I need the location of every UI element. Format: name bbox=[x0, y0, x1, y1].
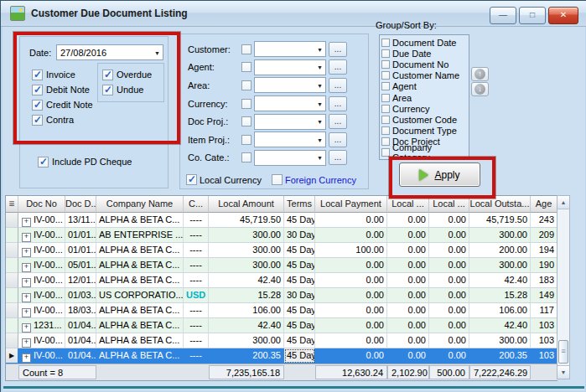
group-sort-item-currency[interactable]: Currency bbox=[381, 103, 469, 114]
expand-icon[interactable]: + bbox=[22, 308, 31, 317]
group-sort-item-company-category[interactable]: Company Category bbox=[381, 147, 469, 158]
checkbox-unchecked-icon[interactable] bbox=[241, 44, 252, 54]
table-row[interactable]: +IV-00...01/04...ALPHA & BETA C...----30… bbox=[6, 333, 557, 348]
scroll-down-button[interactable]: ▼ bbox=[557, 365, 569, 379]
table-row[interactable]: +IV-00...01/01...ALPHA & BETA C...----30… bbox=[6, 243, 557, 258]
table-row[interactable]: ▶+IV-00...01/04...ALPHA & BETA C...----2… bbox=[6, 348, 557, 364]
group-sort-item-area[interactable]: Area bbox=[381, 92, 469, 103]
expand-icon[interactable]: + bbox=[22, 278, 31, 287]
checkbox-unchecked-icon[interactable] bbox=[241, 80, 252, 90]
criteria-combobox[interactable]: ▼ bbox=[254, 41, 326, 57]
cell-local-outstanding: 200.35 bbox=[469, 348, 531, 364]
browse-button[interactable]: ... bbox=[329, 114, 347, 129]
cell-age: 183 bbox=[531, 273, 557, 288]
column-header-company-name[interactable]: Company Name bbox=[96, 196, 184, 213]
due-type-checkbox-undue[interactable]: Undue bbox=[102, 82, 163, 97]
group-sort-item-customer-name[interactable]: Customer Name bbox=[381, 70, 469, 81]
move-down-button[interactable]: ↓ bbox=[471, 82, 489, 96]
expand-icon[interactable]: + bbox=[22, 248, 31, 257]
checkbox-label: Due Date bbox=[392, 49, 431, 59]
expand-icon[interactable]: + bbox=[22, 293, 31, 302]
doc-type-checkbox-debit-note[interactable]: Debit Note bbox=[32, 82, 93, 97]
minimize-button[interactable]: — bbox=[490, 7, 516, 24]
local-currency-checkbox[interactable] bbox=[186, 174, 197, 185]
expand-icon[interactable]: + bbox=[22, 218, 31, 227]
column-header-c[interactable]: C... bbox=[184, 196, 209, 213]
column-header-local[interactable]: Local ... bbox=[387, 196, 429, 213]
checkbox-label: Undue bbox=[117, 85, 143, 95]
browse-button[interactable]: ... bbox=[329, 42, 347, 57]
doc-type-checkbox-invoice[interactable]: Invoice bbox=[32, 67, 93, 82]
maximize-button[interactable]: □ bbox=[519, 7, 546, 24]
doc-type-checkbox-contra[interactable]: Contra bbox=[32, 112, 93, 127]
criteria-combobox[interactable]: ▼ bbox=[254, 114, 326, 130]
column-header-terms[interactable]: Terms bbox=[284, 196, 315, 213]
browse-button[interactable]: ... bbox=[329, 96, 347, 111]
cell-local-2: 0.00 bbox=[429, 243, 469, 258]
browse-button[interactable]: ... bbox=[329, 132, 347, 147]
table-row[interactable]: +IV-00...13/11...ALPHA & BETA C...----45… bbox=[6, 213, 557, 228]
column-chooser-icon[interactable]: ≣ bbox=[6, 196, 18, 213]
column-header-local[interactable]: Local ... bbox=[429, 196, 469, 213]
doc-type-checkbox-credit-note[interactable]: Credit Note bbox=[32, 97, 93, 112]
column-header-doc-no[interactable]: Doc No bbox=[18, 196, 65, 213]
browse-button[interactable]: ... bbox=[329, 78, 347, 93]
criteria-combobox[interactable]: ▼ bbox=[254, 95, 326, 111]
browse-button[interactable]: ... bbox=[329, 59, 347, 75]
expand-icon[interactable]: + bbox=[22, 233, 31, 242]
expand-icon[interactable]: + bbox=[22, 353, 31, 363]
criteria-combobox[interactable]: ▼ bbox=[254, 132, 326, 147]
group-sort-item-agent[interactable]: Agent bbox=[381, 81, 469, 92]
checkbox-unchecked-icon[interactable] bbox=[241, 116, 252, 126]
move-up-button[interactable]: ↑ bbox=[471, 67, 489, 81]
table-row[interactable]: +IV-00...01/01...AB ENTERPRISE ...----30… bbox=[6, 228, 557, 243]
browse-button[interactable]: ... bbox=[329, 150, 347, 165]
vertical-scrollbar[interactable]: ▲ ≡ ▼ bbox=[557, 195, 570, 379]
group-sort-item-document-date[interactable]: Document Date bbox=[381, 37, 469, 48]
cell-company: US CORPORATIO... bbox=[96, 288, 184, 303]
expand-icon[interactable]: + bbox=[22, 263, 31, 272]
include-pd-cheque-checkbox[interactable]: Include PD Cheque bbox=[38, 154, 132, 169]
scroll-up-button[interactable]: ▲ bbox=[557, 196, 569, 209]
cell-local-payment: 0.00 bbox=[315, 258, 387, 273]
table-row[interactable]: +IV-00...18/03...ALPHA & BETA C...----10… bbox=[6, 303, 557, 318]
table-row[interactable]: +IV-00...12/01...ALPHA & BETA C...----42… bbox=[6, 273, 557, 288]
foreign-currency-checkbox[interactable] bbox=[272, 174, 283, 185]
group-sort-listbox[interactable]: Document DateDue DateDocument NoCustomer… bbox=[379, 34, 469, 160]
apply-button[interactable]: Apply bbox=[399, 162, 480, 187]
cell-doc-no: +IV-00... bbox=[18, 228, 65, 243]
criteria-combobox[interactable]: ▼ bbox=[254, 150, 326, 166]
due-type-checkbox-overdue[interactable]: Overdue bbox=[102, 67, 163, 82]
table-row[interactable]: +IV-00...05/01...ALPHA & BETA C...----30… bbox=[6, 258, 557, 273]
column-header-doc-d[interactable]: Doc D... bbox=[65, 196, 96, 213]
checkbox-unchecked-icon bbox=[381, 137, 390, 146]
group-sort-item-document-type[interactable]: Document Type bbox=[381, 126, 469, 137]
column-header-local-outsta[interactable]: Local Outsta... bbox=[469, 196, 531, 213]
checkbox-unchecked-icon[interactable] bbox=[241, 99, 252, 109]
row-indicator bbox=[6, 318, 18, 333]
column-header-age[interactable]: Age bbox=[531, 196, 557, 213]
cell-local-1: 0.00 bbox=[387, 243, 429, 258]
criteria-combobox[interactable]: ▼ bbox=[254, 77, 326, 93]
checkbox-unchecked-icon bbox=[381, 105, 390, 113]
checkbox-label: Overdue bbox=[117, 70, 152, 80]
criteria-combobox[interactable]: ▼ bbox=[254, 59, 326, 75]
close-button[interactable]: ✕ bbox=[548, 7, 578, 24]
cell-local-amount: 200.35 bbox=[209, 348, 284, 364]
checkbox-unchecked-icon[interactable] bbox=[241, 152, 252, 162]
document-grid: ≣Doc NoDoc D...Company NameC...Local Amo… bbox=[5, 195, 557, 381]
expand-icon[interactable]: + bbox=[22, 338, 31, 348]
group-sort-item-due-date[interactable]: Due Date bbox=[381, 48, 469, 59]
table-row[interactable]: +IV-00...01/03...US CORPORATIO...USD15.2… bbox=[6, 288, 557, 303]
group-sort-item-customer-code[interactable]: Customer Code bbox=[381, 114, 469, 125]
date-combobox[interactable]: 27/08/2016 ▼ bbox=[56, 44, 163, 60]
checkbox-unchecked-icon[interactable] bbox=[241, 62, 252, 72]
group-sort-item-document-no[interactable]: Document No bbox=[381, 59, 469, 70]
scrollbar-thumb[interactable]: ≡ bbox=[558, 340, 568, 364]
grid-footer: Count = 8 7,235,165.18 12,630.24 2,102.9… bbox=[6, 364, 557, 380]
column-header-local-amount[interactable]: Local Amount bbox=[209, 196, 284, 213]
table-row[interactable]: +1231...01/04...ALPHA & BETA C...----42.… bbox=[6, 318, 557, 333]
expand-icon[interactable]: + bbox=[22, 323, 31, 333]
column-header-local-payment[interactable]: Local Payment bbox=[315, 196, 387, 213]
checkbox-unchecked-icon[interactable] bbox=[241, 135, 252, 145]
